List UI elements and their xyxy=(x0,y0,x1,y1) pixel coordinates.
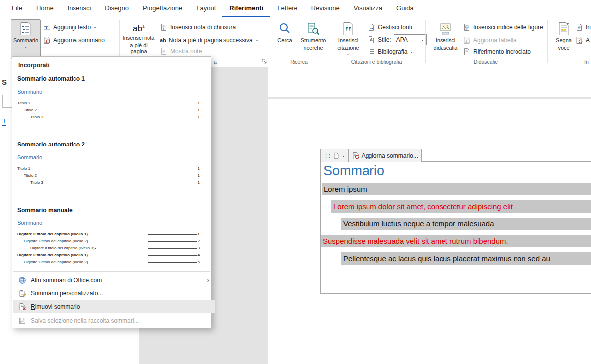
next-footnote-label: Nota a piè di pagina successiva xyxy=(169,37,253,44)
show-notes-icon xyxy=(160,47,168,55)
toc-line-1-text: Lorem ipsum xyxy=(324,185,367,193)
chevron-down-icon: ⌄ xyxy=(255,38,259,42)
toc-line-4-text: Suspendisse malesuada velit sit amet rut… xyxy=(323,237,508,245)
insert-caption-label-line2: didascalia xyxy=(434,45,458,51)
toc-line-5[interactable]: Pellentesque ac lacus quis lacus placera… xyxy=(341,252,591,265)
insert-citation-label-line1: Inserisci xyxy=(338,37,358,43)
add-text-button[interactable]: Aggiungi testo ⌄ xyxy=(43,22,97,32)
group-divider xyxy=(547,20,548,63)
toc-line-5-text: Pellentesque ac lacus quis lacus placera… xyxy=(343,254,550,263)
researcher-label-line2: ricerche xyxy=(303,45,323,51)
tab-disegno[interactable]: Disegno xyxy=(98,0,136,17)
toc-gallery-manual[interactable]: Sommario manuale Sommario Digitare il ti… xyxy=(17,207,206,264)
tab-file[interactable]: File xyxy=(5,0,29,17)
toc-gallery-automatic-2[interactable]: Sommario automatico 2 Sommario Titolo 11… xyxy=(17,141,206,185)
tab-layout[interactable]: Layout xyxy=(189,0,222,17)
menu-item-more-tocs-office[interactable]: Altri sommari di Office.com › xyxy=(13,273,215,287)
tab-visualizza[interactable]: Visualizza xyxy=(347,0,389,17)
citation-style-select[interactable]: APA ⌄ xyxy=(394,34,427,45)
next-footnote-icon: ab xyxy=(160,37,166,43)
index-group-label-fragment: In xyxy=(584,59,589,65)
citations-group-label: Citazioni e bibliografia xyxy=(329,59,424,65)
cross-reference-label: Riferimento incrociato xyxy=(473,48,531,55)
tab-revisione[interactable]: Revisione xyxy=(304,0,347,17)
menu-item-label: Salva selezione nella raccolta sommari..… xyxy=(31,317,139,324)
search-group-label: Ricerca xyxy=(271,59,327,65)
toc-line-2[interactable]: Lorem ipsum dolor sit amet, consectetur … xyxy=(331,200,591,213)
navigation-tab-fragment[interactable]: T xyxy=(2,117,6,126)
insert-table-of-figures-button[interactable]: Inserisci indice delle figure xyxy=(463,22,543,32)
researcher-button[interactable]: Strumento ricerche xyxy=(298,19,329,59)
cross-reference-button[interactable]: Riferimento incrociato xyxy=(463,47,531,56)
content-control-handle[interactable]: ⋮⋮ ⌄ xyxy=(320,149,349,162)
mark-entry-label-line2: voce xyxy=(558,45,569,51)
menu-item-label: Rimuovi sommario xyxy=(31,303,80,310)
menu-section-header: Incorporati xyxy=(18,62,50,69)
menu-item-save-selection: Salva selezione nella raccolta sommari..… xyxy=(13,314,215,327)
insert-endnote-icon xyxy=(160,23,168,31)
preview-toc-heading: Sommario xyxy=(17,220,206,226)
researcher-label-line1: Strumento xyxy=(301,37,326,43)
gallery-title: Sommario automatico 2 xyxy=(17,141,206,148)
update-index-button-partial[interactable]: A xyxy=(575,35,591,45)
update-toc-button[interactable]: Aggiorna sommario xyxy=(43,35,105,45)
tab-progettazione[interactable]: Progettazione xyxy=(136,0,189,17)
style-row: Stile: APA ⌄ xyxy=(368,35,427,45)
tab-lettere[interactable]: Lettere xyxy=(270,0,304,17)
group-divider xyxy=(425,20,426,63)
update-table-button: Aggiorna tabella xyxy=(463,35,517,45)
search-label: Cerca xyxy=(277,37,292,43)
tab-home[interactable]: Home xyxy=(29,0,61,17)
toc-line-1[interactable]: Lorem ipsum xyxy=(322,183,591,195)
insert-caption-label-line1: Inserisci xyxy=(436,37,455,43)
insert-index-label-partial: In xyxy=(586,24,591,31)
tab-guida[interactable]: Guida xyxy=(389,0,421,17)
toc-icon xyxy=(19,22,32,36)
toc-button[interactable]: Sommario ⌄ xyxy=(11,19,41,59)
insert-citation-label-line2: citazione xyxy=(337,45,359,51)
toc-line-3[interactable]: Vestibulum luctus neque a tempor malesua… xyxy=(341,218,591,230)
update-toc-inline-button[interactable]: Aggiorna sommario... xyxy=(349,149,422,162)
toc-line-4[interactable]: Suspendisse malesuada velit sit amet rut… xyxy=(321,235,591,247)
word-window: File Home Inserisci Disegno Progettazion… xyxy=(0,0,591,364)
insert-footnote-button[interactable]: ab1 Inserisci nota a piè di pagina xyxy=(122,19,155,59)
bibliography-button[interactable]: Bibliografia ⌄ xyxy=(368,47,413,56)
update-toc-inline-icon xyxy=(352,152,360,160)
insert-endnote-button[interactable]: Inserisci nota di chiusura xyxy=(160,22,236,32)
insert-index-button-partial[interactable]: In xyxy=(575,22,591,32)
tab-riferimenti[interactable]: Riferimenti xyxy=(222,0,270,17)
insert-index-icon xyxy=(575,23,583,31)
navigation-pane-title-fragment: S xyxy=(2,78,7,86)
citation-style-value: APA xyxy=(396,36,408,43)
footnote-ab1-icon: ab1 xyxy=(133,22,145,33)
search-button[interactable]: Cerca xyxy=(273,19,296,59)
footnote-dialog-launcher[interactable] xyxy=(261,58,267,64)
show-notes-label: Mostra note xyxy=(170,48,202,55)
menu-item-remove-toc[interactable]: Rimuovi sommario xyxy=(13,300,215,313)
mark-entry-button[interactable]: Segna voce xyxy=(551,19,576,59)
toc-line-2-text: Lorem ipsum dolor sit amet, consectetur … xyxy=(333,202,513,211)
page-above xyxy=(268,67,591,97)
gallery-title: Sommario automatico 1 xyxy=(17,75,206,82)
bibliography-label: Bibliografia xyxy=(378,48,407,55)
content-control-tab: ⋮⋮ ⌄ Aggiorna sommario... xyxy=(320,149,422,161)
toc-gallery-automatic-1[interactable]: Sommario automatico 1 Sommario Titolo 11… xyxy=(17,75,206,119)
toc-title[interactable]: Sommario xyxy=(323,163,384,179)
mark-entry-icon xyxy=(557,22,570,36)
group-divider xyxy=(270,20,270,63)
insert-caption-button[interactable]: Inserisci didascalia xyxy=(429,19,462,59)
chevron-down-icon: ⌄ xyxy=(410,50,413,54)
search-icon xyxy=(278,22,291,36)
text-cursor xyxy=(368,185,369,193)
style-icon xyxy=(368,36,375,44)
manage-sources-button[interactable]: Gestisci fonti xyxy=(368,22,412,32)
toc-button-label: Sommario xyxy=(13,37,38,43)
preview-toc-heading: Sommario xyxy=(17,154,206,160)
insert-citation-button[interactable]: Inserisci citazione ⌄ xyxy=(333,19,364,59)
next-footnote-button[interactable]: ab Nota a piè di pagina successiva ⌄ xyxy=(160,35,258,45)
update-index-icon xyxy=(575,36,583,44)
menu-item-custom-toc[interactable]: Sommario personalizzato... xyxy=(13,287,215,300)
chevron-down-icon: ⌄ xyxy=(24,45,28,49)
tab-inserisci[interactable]: Inserisci xyxy=(61,0,98,17)
mark-entry-label-line1: Segna xyxy=(556,37,572,43)
